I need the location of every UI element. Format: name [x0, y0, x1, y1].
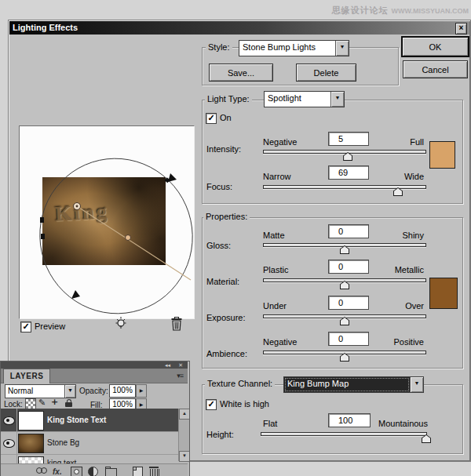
properties-legend: Properties: [203, 212, 250, 221]
style-dropdown[interactable]: Stone Bump Lights ▼ [239, 40, 349, 56]
panel-close-icon[interactable]: ✕ [178, 362, 183, 369]
preview-image-text: King [54, 199, 110, 227]
texture-channel-dropdown[interactable]: King Bump Map ▼ [283, 376, 424, 393]
intensity-slider[interactable] [263, 150, 426, 154]
intensity-min-label: Negative [263, 137, 297, 147]
intensity-max-label: Full [361, 137, 424, 147]
blend-mode-dropdown[interactable]: Normal ▼ [5, 384, 76, 398]
chevron-down-icon[interactable]: ▼ [335, 41, 349, 56]
material-color-swatch[interactable] [429, 278, 458, 309]
delete-button-label: Delete [314, 68, 339, 78]
blend-mode-value: Normal [5, 385, 64, 398]
new-group-folder-icon[interactable] [105, 468, 117, 476]
focus-slider-thumb[interactable] [393, 187, 403, 196]
scroll-up-icon[interactable]: ▲ [179, 409, 190, 420]
focus-label: Focus: [206, 182, 232, 191]
height-label: Height: [206, 430, 234, 439]
exposure-slider[interactable] [263, 314, 426, 318]
exposure-label: Exposure: [206, 313, 246, 322]
preview-image[interactable]: King [42, 177, 166, 265]
screen: 思缘设计论坛 WWW.MISSYUAN.COM Lighting Effects… [0, 0, 471, 476]
chevron-down-icon[interactable]: ▼ [330, 92, 344, 107]
material-max-label: Metallic [361, 265, 424, 274]
lock-label: Lock: [4, 400, 23, 409]
opacity-label: Opacity: [79, 387, 108, 395]
focus-slider[interactable] [263, 185, 426, 189]
tab-layers[interactable]: LAYERS [3, 369, 50, 383]
opacity-value[interactable]: 100% [109, 384, 136, 398]
ambience-label: Ambience: [206, 349, 247, 358]
style-legend: Style: [206, 42, 232, 52]
layer-name[interactable]: Stone Bg [47, 438, 79, 447]
visibility-well[interactable] [1, 409, 17, 431]
layer-row-stone-bg[interactable]: Stone Bg [1, 431, 179, 455]
preview-label: Preview [35, 322, 65, 331]
ambience-slider[interactable] [263, 351, 426, 354]
add-light-bulb-icon[interactable] [113, 316, 129, 332]
material-slider[interactable] [263, 278, 426, 282]
gloss-slider-thumb[interactable] [340, 245, 349, 254]
watermark: 思缘设计论坛 WWW.MISSYUAN.COM [331, 5, 469, 16]
chevron-down-icon[interactable]: ▼ [410, 377, 423, 392]
cancel-button[interactable]: Cancel [403, 60, 468, 78]
exposure-max-label: Over [361, 301, 424, 311]
intensity-label: Intensity: [206, 144, 241, 154]
gloss-slider[interactable] [263, 243, 426, 247]
visibility-well[interactable] [1, 431, 17, 454]
on-checkbox[interactable]: ✓ [206, 113, 217, 124]
light-type-dropdown[interactable]: Spotlight ▼ [264, 91, 345, 107]
height-slider[interactable] [261, 432, 427, 436]
delete-light-trash-icon[interactable] [170, 316, 184, 332]
ambience-slider-thumb[interactable] [340, 353, 349, 362]
preview-panel[interactable]: King [19, 125, 195, 319]
preview-checkbox[interactable]: ✓ [20, 322, 31, 332]
layer-row-king-stone-text[interactable]: King Stone Text [1, 409, 179, 432]
white-is-high-checkbox[interactable]: ✓ [206, 399, 217, 410]
save-button[interactable]: Save... [209, 64, 273, 82]
exposure-min-label: Under [263, 301, 287, 311]
close-icon[interactable]: × [455, 23, 467, 35]
lock-all-padlock-icon[interactable] [65, 402, 72, 407]
eye-icon[interactable] [3, 416, 15, 425]
new-layer-icon[interactable] [133, 467, 143, 476]
delete-layer-trash-icon[interactable] [150, 469, 159, 476]
opacity-spinner-icon[interactable]: ▶ [136, 384, 147, 398]
dialog-title: Lighting Effects [13, 23, 78, 32]
lock-pixels-brush-icon[interactable]: ✎ [38, 398, 48, 408]
ambience-max-label: Positive [361, 337, 424, 347]
light-color-swatch[interactable] [429, 141, 455, 169]
adjustment-layer-icon[interactable] [88, 467, 98, 476]
layers-scrollbar[interactable]: ▲ ▼ [178, 409, 189, 461]
light-type-legend: Light Type: [205, 94, 252, 104]
light-type-dropdown-value: Spotlight [265, 92, 330, 107]
eye-icon[interactable] [3, 439, 15, 448]
panel-tab-bar: LAYERS ▾≡ [1, 369, 188, 383]
focus-max-label: Wide [361, 172, 424, 181]
gloss-max-label: Shiny [361, 231, 424, 240]
delete-button[interactable]: Delete [296, 64, 356, 82]
layers-footer: fx. [1, 463, 188, 476]
link-layers-icon[interactable] [36, 467, 47, 474]
layer-style-fx-icon[interactable]: fx. [53, 468, 62, 476]
lock-transparency-icon[interactable] [25, 398, 36, 409]
chevron-down-icon[interactable]: ▼ [64, 385, 75, 398]
collapse-icon[interactable]: ◂◂ [165, 362, 170, 369]
layer-name[interactable]: King Stone Text [47, 416, 106, 424]
lock-position-move-icon[interactable]: + [51, 398, 60, 407]
dialog-titlebar[interactable]: Lighting Effects × [9, 21, 469, 35]
layer-thumbnail[interactable] [18, 434, 44, 453]
layer-mask-icon[interactable] [71, 467, 82, 476]
layer-thumbnail[interactable] [18, 411, 44, 431]
panel-dock-header[interactable]: ◂◂ ✕ [1, 362, 188, 369]
texture-channel-value: King Bump Map [284, 377, 410, 392]
on-label: On [220, 113, 232, 122]
height-min-label: Flat [263, 419, 277, 428]
ok-button[interactable]: OK [401, 36, 469, 57]
gloss-min-label: Matte [263, 231, 285, 240]
material-slider-thumb[interactable] [340, 281, 349, 289]
scroll-down-icon[interactable]: ▼ [179, 451, 190, 462]
panel-menu-icon[interactable]: ▾≡ [177, 372, 183, 380]
focus-min-label: Narrow [263, 172, 290, 181]
exposure-slider-thumb[interactable] [340, 317, 349, 325]
intensity-slider-thumb[interactable] [343, 152, 352, 161]
